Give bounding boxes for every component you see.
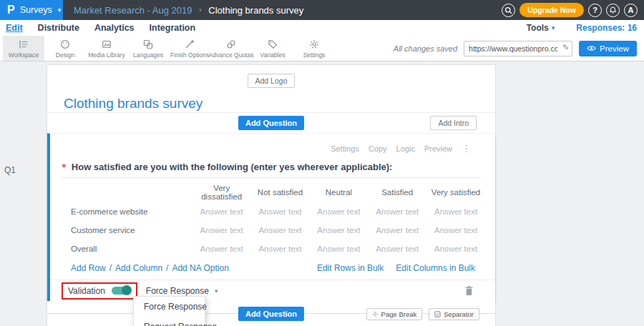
answer-cell[interactable]: Answer text <box>368 226 426 234</box>
row-label[interactable]: E-commerce website <box>71 207 192 216</box>
tab-integration[interactable]: Integration <box>150 23 196 33</box>
add-row-link[interactable]: Add Row <box>71 263 106 273</box>
question-preview-link[interactable]: Preview <box>424 144 452 153</box>
bulk-actions: Edit Rows in Bulk Edit Columns in Bulk <box>317 263 475 273</box>
page-break-button[interactable]: Page Break <box>366 308 423 320</box>
question-text-row[interactable]: *How satisfied are you with the followin… <box>50 154 495 172</box>
add-question-button[interactable]: Add Question <box>238 307 304 321</box>
tab-analytics[interactable]: Analytics <box>94 23 135 33</box>
column-header[interactable]: Not satisfied <box>251 188 310 197</box>
separator-label: Separator <box>444 310 474 318</box>
design-icon <box>59 39 71 50</box>
toolbar-item-label: Advance Quotas <box>209 51 254 59</box>
toolbar-right: All changes saved ✎ Preview <box>394 36 644 61</box>
edit-columns-bulk-link[interactable]: Edit Columns in Bulk <box>396 263 475 273</box>
matrix-header-row: Very dissatisfied Not satisfied Neutral … <box>71 184 485 199</box>
validation-toggle[interactable] <box>112 287 131 295</box>
survey-url-input[interactable] <box>464 41 572 56</box>
answer-cell[interactable]: Answer text <box>192 244 251 253</box>
answer-cell[interactable]: Answer text <box>309 207 368 216</box>
toolbar-item-variables[interactable]: Variables <box>252 36 293 61</box>
answer-cell[interactable]: Answer text <box>368 244 426 253</box>
question-menu: Settings Copy Logic Preview ⋮ <box>50 134 495 154</box>
question-copy-link[interactable]: Copy <box>369 144 387 153</box>
toolbar-item-media-library[interactable]: Media Library <box>86 36 127 61</box>
column-header[interactable]: Very satisfied <box>426 188 485 197</box>
toolbar: Workspace Design Media Library Languages… <box>0 36 644 61</box>
edit-rows-bulk-link[interactable]: Edit Rows in Bulk <box>317 263 384 273</box>
answer-cell[interactable]: Answer text <box>368 207 426 216</box>
column-header[interactable]: Very dissatisfied <box>192 184 251 201</box>
required-star-icon: * <box>62 162 67 172</box>
answer-cell[interactable]: Answer text <box>192 226 251 234</box>
upgrade-now-button[interactable]: Upgrade Now <box>519 3 584 17</box>
search-button[interactable] <box>502 4 515 17</box>
add-intro-button[interactable]: Add Intro <box>430 116 477 130</box>
tab-distribute[interactable]: Distribute <box>38 23 79 33</box>
response-dropdown-menu: Force Response Request Response <box>133 296 205 326</box>
add-na-option-link[interactable]: Add NA Option <box>172 263 228 273</box>
menu-item-request-response[interactable]: Request Response <box>134 317 205 326</box>
column-header[interactable]: Satisfied <box>368 188 426 197</box>
toolbar-item-design[interactable]: Design <box>44 36 86 61</box>
between-questions-row: Add Question Page Break Separator <box>47 301 495 326</box>
product-name: Surveys <box>20 5 52 15</box>
tab-edit[interactable]: Edit <box>6 23 23 33</box>
toolbar-item-advance-quotas[interactable]: Advance Quotas <box>210 36 252 61</box>
separator-button[interactable]: Separator <box>429 308 479 320</box>
answer-cell[interactable]: Answer text <box>251 226 310 234</box>
menu-item-force-response[interactable]: Force Response <box>134 297 205 317</box>
nav-right: Tools ▾ Responses: 16 <box>527 23 637 33</box>
question-logic-link[interactable]: Logic <box>396 144 415 153</box>
add-column-link[interactable]: Add Column <box>115 263 162 273</box>
media-library-icon <box>101 39 112 50</box>
questionpro-logo[interactable]: P Surveys ▾ <box>0 0 63 20</box>
answer-cell[interactable]: Answer text <box>426 207 485 216</box>
add-question-button[interactable]: Add Question <box>238 116 304 130</box>
action-separator: / <box>109 263 112 273</box>
add-logo-button[interactable]: Add Logo <box>248 74 296 88</box>
avatar[interactable]: A <box>624 4 638 17</box>
delete-question-button[interactable] <box>464 285 474 296</box>
tools-menu[interactable]: Tools ▾ <box>527 23 555 33</box>
answer-cell[interactable]: Answer text <box>251 244 310 253</box>
advance-quotas-icon <box>225 39 237 50</box>
validation-row: Validation Force Response ▾ Force Respon… <box>50 280 495 301</box>
responses-count[interactable]: Responses: 16 <box>576 23 637 33</box>
answer-cell[interactable]: Answer text <box>309 226 368 234</box>
search-icon <box>504 6 512 14</box>
toolbar-item-label: Settings <box>303 51 326 59</box>
toolbar-item-finish-options[interactable]: Finish Options <box>169 36 210 61</box>
more-options-icon[interactable]: ⋮ <box>462 143 471 154</box>
answer-cell[interactable]: Answer text <box>309 244 368 253</box>
survey-header-section: Add Logo Clothing brands survey <box>47 65 495 113</box>
row-label[interactable]: Customer service <box>71 226 192 234</box>
row-label[interactable]: Overall <box>71 244 192 253</box>
question-settings-link[interactable]: Settings <box>331 144 359 153</box>
save-status: All changes saved <box>394 44 457 53</box>
validation-highlight-box: Validation <box>62 282 137 300</box>
nav-row: Edit Distribute Analytics Integration To… <box>0 20 644 36</box>
toolbar-item-workspace[interactable]: Workspace <box>3 36 44 61</box>
separator-checkbox-icon <box>434 311 441 317</box>
column-header[interactable]: Neutral <box>309 188 368 197</box>
toolbar-item-settings[interactable]: Settings <box>293 36 335 61</box>
help-button[interactable]: ? <box>588 4 602 17</box>
answer-cell[interactable]: Answer text <box>192 207 251 216</box>
survey-title[interactable]: Clothing brands survey <box>47 88 495 112</box>
question-number: Q1 <box>4 165 16 175</box>
edit-url-icon[interactable]: ✎ <box>562 43 569 52</box>
answer-cell[interactable]: Answer text <box>426 226 485 234</box>
page-break-icon <box>372 311 379 317</box>
response-dropdown-trigger[interactable]: Force Response ▾ <box>146 286 218 296</box>
question-block: Settings Copy Logic Preview ⋮ *How satis… <box>47 133 495 301</box>
chevron-down-icon: ▾ <box>58 6 62 14</box>
breadcrumb-folder[interactable]: Market Research - Aug 2019 <box>74 5 192 16</box>
preview-label: Preview <box>600 44 629 53</box>
preview-button[interactable]: Preview <box>579 41 637 56</box>
matrix-table: Very dissatisfied Not satisfied Neutral … <box>50 178 495 258</box>
notifications-button[interactable] <box>606 4 620 17</box>
answer-cell[interactable]: Answer text <box>426 244 485 253</box>
answer-cell[interactable]: Answer text <box>251 207 310 216</box>
toolbar-item-languages[interactable]: Languages <box>127 36 169 61</box>
